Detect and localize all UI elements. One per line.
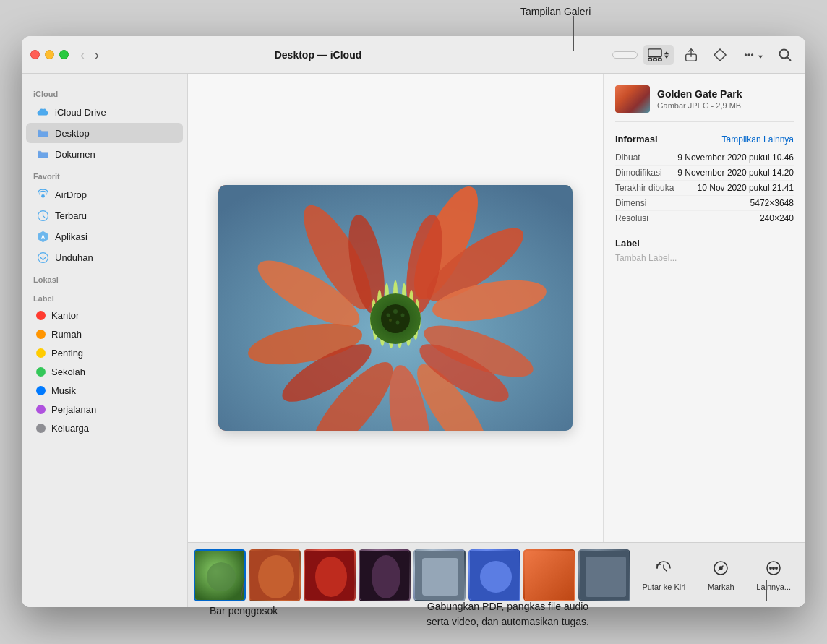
dibuat-value: 9 November 2020 pukul 10.46 (677, 153, 794, 163)
rumah-dot (36, 330, 46, 339)
folder-icon2 (37, 149, 49, 159)
list-view-button[interactable] (625, 52, 637, 58)
dokumen-folder-icon (36, 147, 49, 160)
dimodifikasi-key: Dimodifikasi (615, 168, 662, 178)
inspector-subtitle: Gambar JPEG - 2,9 MB (657, 101, 742, 110)
sidebar-item-icloud-drive[interactable]: iCloud Drive (26, 102, 183, 122)
more-chevron-icon (758, 50, 763, 60)
label-add-placeholder[interactable]: Tambah Label... (615, 253, 794, 263)
sidebar-item-desktop[interactable]: Desktop (26, 123, 183, 143)
thumbnail-8[interactable] (578, 549, 630, 601)
svg-point-53 (381, 304, 410, 333)
thumbnail-4[interactable] (359, 549, 411, 601)
rotate-button[interactable]: Putar ke Kiri (633, 555, 694, 596)
sidebar-item-airdrop[interactable]: AirDrop (26, 184, 183, 205)
resolusi-key: Resolusi (615, 213, 648, 223)
svg-point-56 (387, 314, 390, 317)
airdrop-icon (36, 188, 49, 201)
main-preview-image[interactable] (218, 185, 573, 431)
desktop-folder-icon (36, 126, 49, 139)
folder-icon (37, 128, 49, 138)
more-actions-button[interactable]: Lainnya... (747, 555, 800, 596)
tag-icon (713, 48, 727, 62)
penting-dot (36, 348, 46, 358)
icloud-section-label: iCloud (22, 82, 187, 101)
svg-point-77 (770, 567, 771, 568)
thumbnail-2[interactable] (249, 549, 301, 601)
svg-rect-8 (648, 58, 652, 61)
thumbnail-bar: Putar ke Kiri Markah (188, 542, 805, 607)
musik-label: Musik (51, 385, 76, 396)
svg-rect-71 (525, 551, 575, 601)
thumb-1-svg (195, 551, 246, 601)
penting-label: Penting (51, 348, 83, 359)
sidebar-item-aplikasi[interactable]: A Aplikasi (26, 226, 183, 246)
sidebar-item-sekolah[interactable]: Sekolah (26, 363, 183, 381)
main-layout: iCloud iCloud Drive Desktop (22, 74, 805, 607)
resolusi-value: 240×240 (760, 213, 794, 223)
info-section-title: Informasi (615, 134, 658, 145)
terbaru-icon (36, 209, 49, 222)
toolbar-right (612, 45, 797, 65)
svg-rect-68 (422, 558, 458, 596)
sidebar-item-dokumen[interactable]: Dokumen (26, 144, 183, 164)
tampilan-galeri-callout: Tampilan Galeri (520, 6, 591, 17)
markup-button[interactable]: Markah (695, 555, 746, 596)
favorit-section-label: Favorit (22, 165, 187, 184)
thumbnail-3[interactable] (304, 549, 356, 601)
thumb-3-svg (305, 551, 356, 601)
label-section-title: Label (615, 238, 794, 249)
flower-svg (218, 185, 573, 431)
gallery-view-icon (648, 48, 662, 62)
thumb-6-svg (470, 551, 520, 601)
thumbnail-7[interactable] (523, 549, 575, 601)
svg-point-14 (751, 53, 753, 56)
sidebar-item-penting[interactable]: Penting (26, 344, 183, 362)
info-row-dibuat: Dibuat 9 November 2020 pukul 10.46 (615, 150, 794, 166)
tampilan-galeri-text: Tampilan Galeri (520, 6, 591, 17)
thumbnail-1[interactable] (194, 549, 246, 601)
sidebar-item-rumah[interactable]: Rumah (26, 325, 183, 343)
more-button[interactable] (737, 45, 768, 65)
sidebar-item-kantor[interactable]: Kantor (26, 306, 183, 325)
thumb-8-svg (580, 551, 630, 601)
svg-point-55 (401, 314, 405, 317)
sidebar-item-keluarga[interactable]: Keluarga (26, 419, 183, 437)
svg-rect-10 (659, 58, 662, 61)
svg-point-62 (258, 555, 294, 598)
clock-icon (37, 210, 49, 222)
sidebar-item-terbaru[interactable]: Terbaru (26, 205, 183, 226)
dibuat-key: Dibuat (615, 153, 640, 163)
svg-point-79 (776, 567, 777, 568)
sidebar-item-musik[interactable]: Musik (26, 382, 183, 400)
inspector-header: Golden Gate Park Gambar JPEG - 2,9 MB (615, 85, 794, 122)
content-split: Golden Gate Park Gambar JPEG - 2,9 MB In… (188, 74, 805, 542)
search-button[interactable] (774, 45, 797, 65)
sidebar-item-unduhan[interactable]: Unduhan (26, 247, 183, 267)
ellipsis-circle-icon (765, 559, 782, 577)
gallery-view-button[interactable] (643, 45, 674, 65)
info-section-header: Informasi Tampilkan Lainnya (615, 134, 794, 145)
thumbnail-5[interactable] (414, 549, 466, 601)
thumb-5-svg (415, 551, 466, 601)
more-actions-icon (765, 559, 782, 580)
thumb-7-svg (525, 551, 575, 601)
icloud-drive-label: iCloud Drive (55, 107, 106, 118)
svg-point-12 (745, 53, 747, 56)
tag-button[interactable] (708, 45, 732, 65)
share-button[interactable] (680, 45, 703, 65)
download-icon (37, 252, 49, 264)
svg-point-54 (393, 309, 398, 314)
svg-point-66 (372, 555, 400, 598)
view-toggle (612, 51, 638, 59)
show-more-button[interactable]: Tampilkan Lainnya (722, 134, 794, 145)
sidebar-item-perjalanan[interactable]: Perjalanan (26, 400, 183, 418)
icon-view-button[interactable] (613, 52, 625, 58)
aplikasi-icon: A (36, 230, 49, 243)
terbaru-label: Terbaru (55, 210, 87, 221)
markup-label: Markah (708, 583, 734, 591)
svg-rect-9 (654, 58, 657, 61)
svg-point-64 (315, 557, 347, 597)
thumbnail-6[interactable] (468, 549, 520, 601)
svg-line-16 (787, 57, 791, 61)
